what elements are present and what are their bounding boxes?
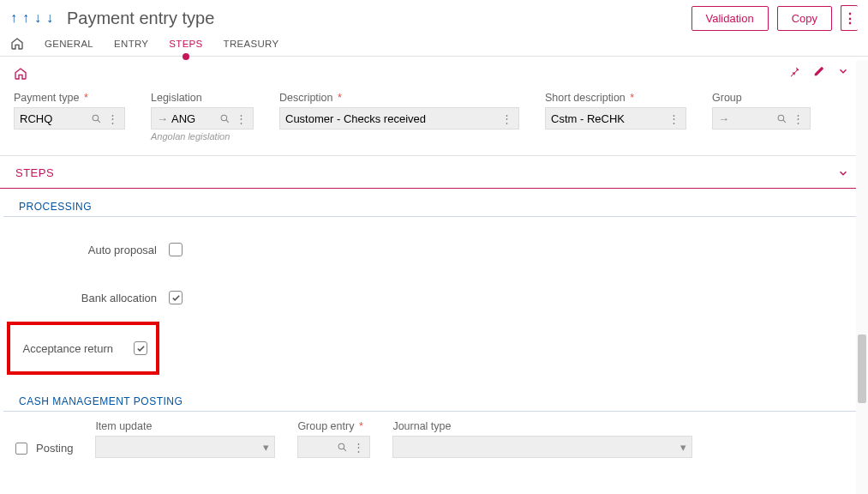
bank-allocation-label: Bank allocation xyxy=(15,292,157,304)
item-update-dropdown[interactable]: ▾ xyxy=(95,436,275,458)
legislation-field[interactable]: → ⋮ xyxy=(151,107,254,130)
journal-type-dropdown[interactable]: ▾ xyxy=(392,436,692,458)
short-description-input[interactable] xyxy=(551,112,666,125)
chevron-down-icon[interactable] xyxy=(837,65,849,77)
legislation-label: Legislation xyxy=(151,92,254,104)
legislation-input[interactable] xyxy=(171,112,217,125)
group-label: Group xyxy=(712,92,811,104)
validation-button[interactable]: Validation xyxy=(691,6,769,31)
arrow-right-icon: → xyxy=(718,112,729,125)
group-entry-lookup[interactable]: ⋮ xyxy=(297,436,370,458)
description-label: Description * xyxy=(279,92,519,104)
description-input[interactable] xyxy=(285,112,499,125)
field-more-icon[interactable]: ⋮ xyxy=(790,112,806,125)
nav-next-icon[interactable]: ↓ xyxy=(34,10,41,26)
record-nav: ↑ ↑ ↓ ↓ xyxy=(10,10,53,26)
short-description-label: Short description * xyxy=(545,92,686,104)
search-icon[interactable] xyxy=(88,113,105,124)
nav-first-icon[interactable]: ↑ xyxy=(10,10,17,26)
acceptance-return-highlight: Acceptance return xyxy=(7,322,159,375)
search-icon[interactable] xyxy=(774,113,790,124)
field-more-icon[interactable]: ⋮ xyxy=(666,112,682,125)
payment-type-label: Payment type * xyxy=(14,92,125,104)
field-more-icon[interactable]: ⋮ xyxy=(105,112,121,125)
svg-point-0 xyxy=(93,115,99,121)
bank-allocation-checkbox[interactable] xyxy=(169,291,183,304)
steps-section-header[interactable]: STEPS xyxy=(0,156,868,189)
group-input[interactable] xyxy=(733,112,774,125)
auto-proposal-checkbox[interactable] xyxy=(169,243,183,256)
caret-down-icon: ▾ xyxy=(263,441,269,454)
group-field[interactable]: → ⋮ xyxy=(712,107,811,130)
svg-point-2 xyxy=(778,115,784,121)
scrollbar[interactable] xyxy=(856,60,868,494)
tab-general[interactable]: GENERAL xyxy=(45,31,93,56)
search-icon[interactable] xyxy=(337,442,348,453)
payment-type-field[interactable]: ⋮ xyxy=(14,107,125,130)
nav-last-icon[interactable]: ↓ xyxy=(46,10,53,26)
pin-icon[interactable] xyxy=(789,65,801,77)
tab-steps[interactable]: STEPS xyxy=(169,31,202,56)
copy-button[interactable]: Copy xyxy=(777,6,832,31)
caret-down-icon: ▾ xyxy=(680,441,686,454)
acceptance-return-label: Acceptance return xyxy=(19,342,113,355)
page-title: Payment entry type xyxy=(67,9,691,28)
description-field[interactable]: ⋮ xyxy=(279,107,519,130)
field-more-icon[interactable]: ⋮ xyxy=(499,112,515,125)
field-more-icon[interactable]: ⋮ xyxy=(353,441,364,454)
svg-point-3 xyxy=(339,443,345,449)
nav-prev-icon[interactable]: ↑ xyxy=(22,10,29,26)
auto-proposal-label: Auto proposal xyxy=(15,244,157,256)
item-update-label: Item update xyxy=(95,420,275,432)
payment-type-input[interactable] xyxy=(20,112,88,125)
journal-type-label: Journal type xyxy=(392,420,692,432)
posting-label: Posting xyxy=(36,442,73,455)
tab-entry[interactable]: ENTRY xyxy=(114,31,148,56)
chevron-down-icon xyxy=(837,167,849,179)
processing-subtitle: PROCESSING xyxy=(3,189,865,217)
field-more-icon[interactable]: ⋮ xyxy=(233,112,249,125)
svg-point-1 xyxy=(221,115,227,121)
home-icon[interactable] xyxy=(10,37,24,51)
search-icon[interactable] xyxy=(217,113,233,124)
acceptance-return-checkbox[interactable] xyxy=(134,341,147,355)
cash-subtitle: CASH MANAGEMENT POSTING xyxy=(3,383,865,412)
arrow-right-icon: → xyxy=(157,112,168,125)
scrollbar-thumb[interactable] xyxy=(858,334,866,403)
panel-home-icon[interactable] xyxy=(14,67,27,81)
tab-treasury[interactable]: TREASURY xyxy=(224,31,279,56)
more-actions-button[interactable]: ⋮ xyxy=(841,5,858,31)
short-description-field[interactable]: ⋮ xyxy=(545,107,686,130)
group-entry-label: Group entry * xyxy=(297,420,370,432)
edit-icon[interactable] xyxy=(813,65,825,77)
posting-checkbox[interactable] xyxy=(15,443,27,455)
legislation-help: Angolan legislation xyxy=(151,131,254,142)
